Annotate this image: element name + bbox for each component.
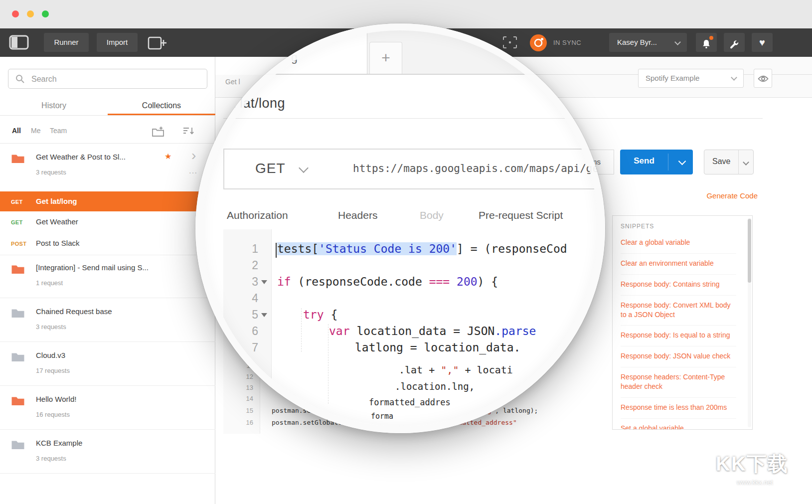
capture-requests-icon[interactable] (502, 36, 517, 51)
watermark-url: www.kkx.net (737, 479, 773, 486)
snippet-item[interactable]: Clear an environment variable (621, 254, 736, 275)
folder-icon (11, 352, 25, 364)
sidebar-toggle-icon[interactable] (9, 35, 29, 52)
tab-collections[interactable]: Collections (108, 96, 215, 116)
snippet-item[interactable]: Response body: Contains string (621, 275, 736, 296)
import-button[interactable]: Import (97, 33, 138, 52)
settings-button[interactable] (724, 33, 745, 52)
user-menu-button[interactable]: Kasey Byr... (609, 33, 687, 52)
collection-name: [Integration] - Send mail using S... (36, 263, 149, 272)
tab-history[interactable]: History (0, 96, 108, 116)
search-box (8, 69, 207, 89)
snippet-item[interactable]: Response body: JSON value check (621, 346, 736, 367)
code-token: { (324, 308, 338, 321)
lens-code-line-11: formatted_addres (369, 397, 451, 407)
send-button[interactable]: Send (620, 150, 693, 174)
indent-guide (301, 308, 302, 352)
filter-me[interactable]: Me (31, 127, 40, 135)
minimize-button[interactable] (27, 10, 34, 17)
lens-tab-authorization[interactable]: Authorization (227, 209, 288, 221)
lens-tab-prerequest-script[interactable]: Pre-request Script (479, 209, 563, 221)
lens-tab-headers[interactable]: Headers (338, 209, 377, 221)
lens-code-line-8: .lat + "," + locati (399, 364, 513, 376)
line-number: 3 (223, 275, 258, 289)
lens-tab-body[interactable]: Body (420, 209, 444, 221)
lens-code-line-7: latlong = location_data. (355, 341, 520, 354)
folder-icon (11, 396, 25, 408)
new-folder-icon[interactable] (152, 126, 164, 139)
line-number: 6 (223, 325, 258, 338)
bell-icon (701, 37, 711, 56)
lens-new-tab-button[interactable]: + (369, 42, 402, 75)
collection-folder[interactable]: Cloud.v3 17 requests (0, 342, 215, 386)
lens-method-label: GET (255, 161, 286, 176)
collection-folder[interactable]: Chained Request base 3 requests (0, 298, 215, 342)
lens-url-text: https://maps.googleapis.com/maps/api/geo… (353, 163, 605, 174)
collection-meta: 3 requests (36, 323, 66, 331)
line-number: 15 (223, 407, 253, 414)
expand-chevron-icon[interactable]: › (191, 148, 196, 164)
filter-all[interactable]: All (12, 127, 21, 135)
collection-folder[interactable]: [Integration] - Send mail using S... 1 r… (0, 255, 215, 298)
indent-guide (328, 324, 328, 404)
collection-meta: 3 requests (36, 455, 66, 462)
text-cursor (276, 243, 277, 258)
keyword-token: try (303, 308, 324, 321)
snippet-item[interactable]: Response body: Convert XML body to a JSO… (621, 296, 736, 326)
chevron-down-icon[interactable] (743, 159, 749, 166)
generate-code-link[interactable]: Generate Code (678, 191, 758, 200)
snippet-item[interactable]: Clear a global variable (621, 233, 736, 254)
filter-team[interactable]: Team (50, 127, 67, 135)
favorite-star-icon[interactable]: ★ (164, 152, 171, 161)
lens-code-line-12: forma (371, 412, 393, 421)
request-item[interactable]: GET Get Weather (0, 211, 215, 232)
lens-method-dropdown[interactable]: GET (223, 149, 343, 189)
request-item-selected[interactable]: GET Get lat/long (0, 191, 215, 211)
code-token: .lat + (399, 364, 441, 376)
snippet-item[interactable]: Response time is less than 200ms (621, 398, 736, 419)
magnifier-lens: g + Get lat/long GET https://maps.google… (195, 23, 605, 433)
send-split-divider (668, 154, 668, 170)
zoom-button[interactable] (42, 10, 49, 17)
postman-app-window: Runner Import IN SYNC Kasey Byr... (0, 0, 812, 504)
favorites-button[interactable]: ♥ (752, 33, 773, 52)
keyword-token: if (277, 275, 291, 288)
close-button[interactable] (12, 10, 19, 17)
fold-caret-icon[interactable] (261, 280, 267, 284)
search-input[interactable] (30, 72, 197, 86)
code-token: ] = (responseCod (457, 242, 567, 255)
save-button[interactable]: Save (704, 150, 754, 174)
environment-preview-button[interactable] (754, 69, 772, 88)
line-number: 13 (223, 384, 253, 391)
collection-folder[interactable]: KCB Example 3 requests (0, 430, 215, 474)
chevron-down-icon[interactable] (678, 158, 686, 166)
code-token: tests[ (277, 242, 319, 255)
sync-status-icon[interactable] (529, 34, 547, 54)
environment-label: Spotify Example (646, 74, 699, 82)
snippet-item[interactable]: Set a global variable (621, 419, 736, 430)
request-item[interactable]: POST Post to Slack (0, 232, 215, 255)
sort-icon[interactable] (182, 127, 195, 138)
request-breadcrumb: Get l (225, 78, 240, 86)
line-number: 4 (223, 292, 258, 305)
environment-selector[interactable]: Spotify Example (638, 69, 744, 88)
folder-icon (11, 264, 25, 277)
lens-title-underline (209, 118, 603, 119)
snippets-title: SNIPPETS (621, 223, 736, 230)
collection-folder[interactable]: Hello World! 16 requests (0, 386, 215, 430)
fold-caret-icon[interactable] (261, 313, 267, 317)
new-window-icon[interactable] (148, 35, 167, 52)
notifications-button[interactable] (696, 33, 717, 52)
runner-button[interactable]: Runner (44, 33, 89, 52)
lens-url-input[interactable]: https://maps.googleapis.com/maps/api/geo… (342, 149, 605, 189)
collection-folder[interactable]: Get Weather & Post to Sl... ★ 3 requests… (0, 144, 215, 191)
snippet-item[interactable]: Response headers: Content-Type header ch… (621, 367, 736, 398)
chevron-down-icon (299, 163, 309, 173)
line-number: 5 (223, 308, 258, 322)
collection-meta: 3 requests (36, 168, 66, 176)
more-options-icon[interactable]: … (188, 166, 197, 176)
folder-icon (11, 440, 25, 452)
snippet-item[interactable]: Response body: Is equal to a string (621, 326, 736, 346)
scrollbar-thumb[interactable] (748, 219, 751, 283)
user-name-label: Kasey Byr... (617, 38, 657, 46)
